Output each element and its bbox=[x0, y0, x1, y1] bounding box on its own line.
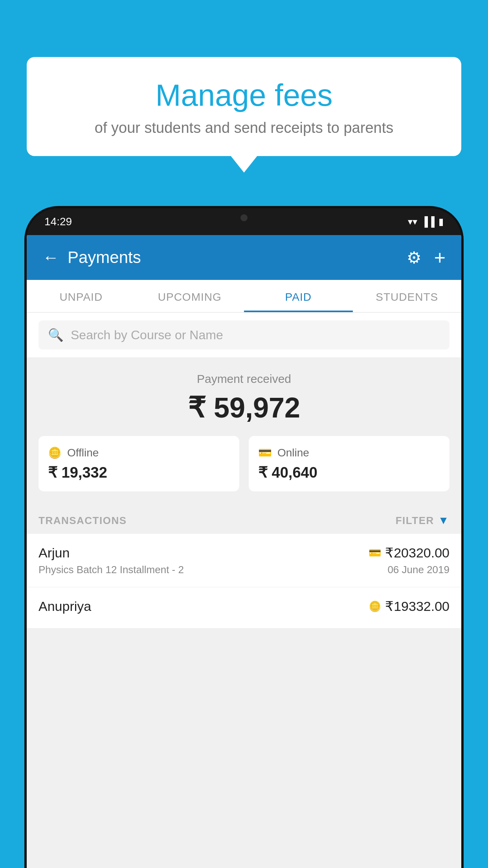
search-box[interactable]: 🔍 Search by Course or Name bbox=[39, 320, 449, 349]
header-left: ← Payments bbox=[42, 248, 141, 267]
date-info: 06 June 2019 bbox=[387, 564, 449, 576]
search-icon: 🔍 bbox=[48, 327, 64, 342]
transaction-amount: ₹20320.00 bbox=[385, 545, 449, 561]
settings-icon[interactable]: ⚙ bbox=[407, 248, 422, 267]
status-time: 14:29 bbox=[44, 215, 72, 228]
add-button[interactable]: + bbox=[434, 246, 446, 269]
payment-cards: 🪙 Offline ₹ 19,332 💳 Online ₹ 40,640 bbox=[39, 436, 449, 491]
course-info: Physics Batch 12 Installment - 2 bbox=[39, 564, 184, 576]
online-card: 💳 Online ₹ 40,640 bbox=[249, 436, 449, 491]
transaction-top: Arjun 💳 ₹20320.00 bbox=[39, 545, 449, 561]
cash-icon: 🪙 bbox=[369, 600, 381, 612]
search-container: 🔍 Search by Course or Name bbox=[27, 313, 461, 357]
transaction-bottom: Physics Batch 12 Installment - 2 06 June… bbox=[39, 564, 449, 576]
bubble-title: Manage fees bbox=[50, 79, 438, 112]
online-label: Online bbox=[277, 447, 309, 459]
offline-label: Offline bbox=[67, 447, 99, 459]
camera bbox=[240, 214, 248, 221]
status-bar: 14:29 ▾▾ ▐▐ ▮ bbox=[27, 208, 461, 235]
tab-paid[interactable]: PAID bbox=[244, 280, 353, 312]
payment-summary: Payment received ₹ 59,972 🪙 Offline ₹ 19… bbox=[27, 357, 461, 503]
tab-upcoming[interactable]: UPCOMING bbox=[136, 280, 244, 312]
app-header: ← Payments ⚙ + bbox=[27, 235, 461, 280]
transaction-row[interactable]: Anupriya 🪙 ₹19332.00 bbox=[27, 587, 461, 629]
offline-icon: 🪙 bbox=[48, 446, 62, 459]
notch bbox=[216, 208, 272, 227]
back-button[interactable]: ← bbox=[42, 248, 59, 267]
student-name: Arjun bbox=[39, 545, 70, 561]
transaction-top: Anupriya 🪙 ₹19332.00 bbox=[39, 598, 449, 614]
phone-frame: 14:29 ▾▾ ▐▐ ▮ ← Payments ⚙ + UNPAID bbox=[27, 208, 461, 868]
online-card-header: 💳 Online bbox=[258, 446, 440, 459]
transaction-row[interactable]: Arjun 💳 ₹20320.00 Physics Batch 12 Insta… bbox=[27, 534, 461, 587]
wifi-icon: ▾▾ bbox=[408, 216, 417, 227]
online-amount: ₹ 40,640 bbox=[258, 464, 440, 481]
tabs: UNPAID UPCOMING PAID STUDENTS bbox=[27, 280, 461, 313]
page-title: Payments bbox=[68, 248, 141, 267]
amount-online: 💳 ₹20320.00 bbox=[369, 545, 449, 561]
payment-received-label: Payment received bbox=[39, 372, 449, 386]
speech-bubble-container: Manage fees of your students and send re… bbox=[27, 57, 461, 156]
status-icons: ▾▾ ▐▐ ▮ bbox=[408, 216, 444, 227]
total-amount: ₹ 59,972 bbox=[39, 391, 449, 424]
search-input[interactable]: Search by Course or Name bbox=[71, 328, 223, 342]
filter-icon: ▼ bbox=[438, 514, 449, 527]
offline-amount: ₹ 19,332 bbox=[48, 464, 230, 481]
transactions-label: TRANSACTIONS bbox=[39, 515, 127, 527]
filter-button[interactable]: FILTER ▼ bbox=[396, 514, 449, 527]
online-icon: 💳 bbox=[258, 446, 272, 459]
amount-offline: 🪙 ₹19332.00 bbox=[369, 598, 449, 614]
bubble-subtitle: of your students and send receipts to pa… bbox=[50, 120, 438, 136]
card-icon: 💳 bbox=[369, 547, 381, 559]
signal-icon: ▐▐ bbox=[421, 216, 435, 227]
speech-bubble: Manage fees of your students and send re… bbox=[27, 57, 461, 156]
offline-card: 🪙 Offline ₹ 19,332 bbox=[39, 436, 239, 491]
header-right: ⚙ + bbox=[407, 246, 446, 269]
battery-icon: ▮ bbox=[438, 216, 444, 227]
transactions-header: TRANSACTIONS FILTER ▼ bbox=[27, 503, 461, 534]
tab-students[interactable]: STUDENTS bbox=[353, 280, 462, 312]
student-name: Anupriya bbox=[39, 599, 91, 614]
transaction-amount: ₹19332.00 bbox=[385, 598, 449, 614]
offline-card-header: 🪙 Offline bbox=[48, 446, 230, 459]
filter-label: FILTER bbox=[396, 515, 434, 527]
tab-unpaid[interactable]: UNPAID bbox=[27, 280, 136, 312]
app-screen: ← Payments ⚙ + UNPAID UPCOMING PAID STUD… bbox=[27, 235, 461, 868]
